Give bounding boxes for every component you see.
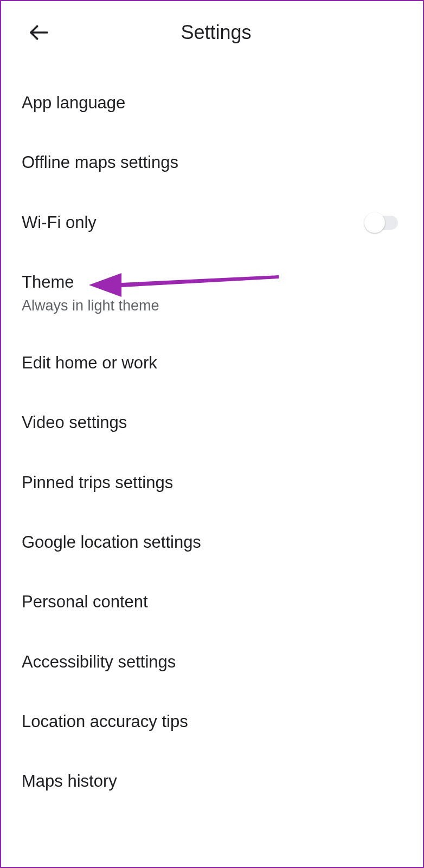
page-title: Settings: [25, 21, 407, 44]
settings-item-text: Wi-Fi only: [22, 212, 97, 234]
settings-item-title: Video settings: [22, 412, 127, 433]
settings-item-title: Maps history: [22, 770, 117, 792]
settings-item-title: Edit home or work: [22, 352, 157, 374]
settings-item-text: Theme Always in light theme: [22, 271, 159, 314]
settings-item-title: Theme: [22, 271, 159, 293]
settings-item-text: Maps history: [22, 770, 117, 792]
settings-item-pinned-trips[interactable]: Pinned trips settings: [1, 453, 423, 513]
settings-item-video-settings[interactable]: Video settings: [1, 393, 423, 452]
settings-item-text: Accessibility settings: [22, 651, 176, 673]
settings-list: App language Offline maps settings Wi-Fi…: [1, 63, 423, 821]
settings-item-text: Offline maps settings: [22, 152, 178, 173]
settings-item-maps-history[interactable]: Maps history: [1, 752, 423, 811]
settings-item-theme[interactable]: Theme Always in light theme: [1, 252, 423, 333]
wifi-only-toggle[interactable]: [364, 212, 402, 233]
settings-item-text: Personal content: [22, 591, 148, 613]
settings-item-title: Offline maps settings: [22, 152, 178, 173]
settings-item-google-location[interactable]: Google location settings: [1, 513, 423, 572]
settings-item-title: Accessibility settings: [22, 651, 176, 673]
settings-item-text: Video settings: [22, 412, 127, 433]
settings-item-title: Personal content: [22, 591, 148, 613]
settings-item-location-accuracy[interactable]: Location accuracy tips: [1, 692, 423, 752]
settings-item-app-language[interactable]: App language: [1, 73, 423, 133]
settings-item-title: Google location settings: [22, 532, 201, 553]
settings-item-accessibility[interactable]: Accessibility settings: [1, 632, 423, 692]
settings-item-edit-home-work[interactable]: Edit home or work: [1, 333, 423, 393]
settings-item-text: Edit home or work: [22, 352, 157, 374]
settings-item-text: Google location settings: [22, 532, 201, 553]
settings-item-text: Location accuracy tips: [22, 711, 188, 733]
settings-item-title: Wi-Fi only: [22, 212, 97, 234]
toggle-thumb: [364, 212, 385, 233]
settings-item-offline-maps[interactable]: Offline maps settings: [1, 133, 423, 192]
settings-item-text: Pinned trips settings: [22, 472, 173, 494]
settings-item-text: App language: [22, 92, 125, 114]
settings-item-title: Location accuracy tips: [22, 711, 188, 733]
settings-item-wifi-only[interactable]: Wi-Fi only: [1, 193, 423, 252]
settings-item-personal-content[interactable]: Personal content: [1, 572, 423, 632]
settings-item-subtitle: Always in light theme: [22, 297, 159, 314]
settings-item-title: Pinned trips settings: [22, 472, 173, 494]
header: Settings: [1, 1, 423, 63]
settings-item-title: App language: [22, 92, 125, 114]
